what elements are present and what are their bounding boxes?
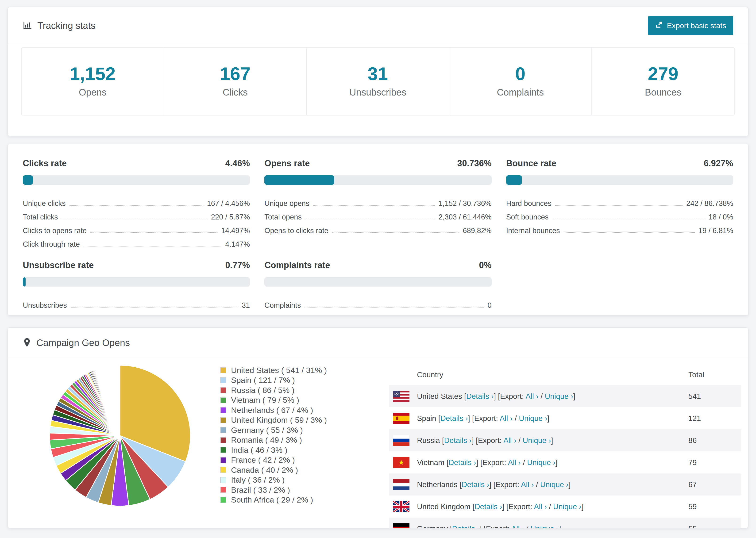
- bracket: ]: [573, 392, 575, 401]
- rate-section: Opens rate30.736%Unique opens1,152 / 30.…: [264, 158, 491, 248]
- us-flag-icon: [393, 391, 409, 402]
- campaign-geo-opens-card: Campaign Geo Opens United States ( 541 /…: [8, 327, 748, 528]
- export-icon: [655, 21, 663, 30]
- rate-section: Unsubscribe rate0.77%Unsubscribes31: [23, 260, 250, 310]
- geo-card-body: United States ( 541 / 31% )Spain ( 121 /…: [8, 358, 748, 528]
- country-total: 79: [688, 458, 741, 467]
- slash: /: [513, 414, 519, 422]
- export-unique-link[interactable]: Unique ›: [540, 480, 568, 489]
- stat-value: 31: [307, 65, 449, 83]
- export-unique-link[interactable]: Unique ›: [545, 392, 573, 401]
- bracket: [: [459, 480, 461, 489]
- rate-progress-track: [264, 175, 491, 185]
- bracket: [: [442, 436, 444, 445]
- rate-section: Clicks rate4.46%Unique clicks167 / 4.456…: [23, 158, 250, 248]
- legend-item: Spain ( 121 / 7% ): [220, 375, 327, 385]
- vn-flag-icon: [393, 457, 409, 468]
- legend-swatch: [220, 467, 226, 473]
- de-flag-icon: [393, 523, 409, 528]
- details-link[interactable]: Details ›: [461, 480, 489, 489]
- legend-item: South Africa ( 29 / 2% ): [220, 495, 327, 505]
- rate-detail-row: Unique opens1,152 / 30.736%: [264, 194, 491, 208]
- rate-detail-row: Click through rate4.147%: [23, 235, 250, 248]
- rate-detail-label: Total clicks: [23, 213, 58, 221]
- bracket: ]: [559, 524, 561, 528]
- rate-detail-row: Unique clicks167 / 4.456%: [23, 194, 250, 208]
- details-link[interactable]: Details ›: [449, 458, 476, 467]
- country-name: United Kingdom: [417, 502, 473, 511]
- export-unique-link[interactable]: Unique ›: [523, 436, 551, 445]
- bracket: ]: [551, 436, 553, 445]
- details-link[interactable]: Details ›: [474, 502, 502, 511]
- legend-label: United Kingdom ( 59 / 3% ): [231, 415, 327, 425]
- country-name: Spain: [417, 414, 438, 422]
- country-flag-cell: [389, 457, 417, 468]
- details-link[interactable]: Details ›: [444, 436, 472, 445]
- stat-label: Opens: [22, 87, 164, 98]
- export-all-link[interactable]: All ›: [512, 524, 524, 528]
- export-all-link[interactable]: All ›: [500, 414, 513, 422]
- country-flag-cell: [389, 391, 417, 402]
- rate-section-header: Bounce rate6.927%: [506, 158, 733, 168]
- rate-progress-track: [506, 175, 733, 185]
- rate-detail-label: Internal bounces: [506, 227, 560, 235]
- dotted-leader: [71, 307, 238, 307]
- details-link[interactable]: Details ›: [466, 392, 494, 401]
- rates-card: Clicks rate4.46%Unique clicks167 / 4.456…: [8, 144, 748, 315]
- stat-value: 0: [449, 65, 591, 83]
- export-unique-link[interactable]: Unique ›: [519, 414, 547, 422]
- slash: /: [516, 436, 523, 445]
- geo-table-header-row: CountryTotal: [389, 364, 741, 385]
- export-all-link[interactable]: All ›: [525, 392, 538, 401]
- rate-title: Clicks rate: [23, 158, 67, 168]
- rate-section-header: Complaints rate0%: [264, 260, 491, 270]
- rate-progress-fill: [23, 175, 33, 185]
- stat-label: Bounces: [592, 87, 734, 98]
- country-name: Germany: [417, 524, 450, 528]
- rate-detail-row: Complaints0: [264, 296, 491, 310]
- rate-section: Complaints rate0%Complaints0: [264, 260, 491, 310]
- bracket: ] [Export:: [502, 502, 534, 511]
- rate-title: Complaints rate: [264, 260, 330, 270]
- legend-swatch: [220, 437, 226, 443]
- rate-section-header: Clicks rate4.46%: [23, 158, 250, 168]
- country-cell: Spain [Details ›] [Export: All › / Uniqu…: [417, 414, 688, 423]
- legend-label: Germany ( 55 / 3% ): [231, 426, 303, 435]
- es-flag-icon: [393, 413, 409, 424]
- rates-grid: Clicks rate4.46%Unique clicks167 / 4.456…: [8, 144, 748, 315]
- export-all-link[interactable]: All ›: [508, 458, 521, 467]
- dotted-leader: [555, 205, 682, 206]
- bracket: ] [Export:: [480, 524, 512, 528]
- export-unique-link[interactable]: Unique ›: [531, 524, 559, 528]
- export-all-link[interactable]: All ›: [534, 502, 547, 511]
- bracket: ] [Export:: [494, 392, 525, 401]
- legend-swatch: [220, 417, 226, 423]
- rate-detail-value: 31: [242, 301, 250, 310]
- export-unique-link[interactable]: Unique ›: [527, 458, 556, 467]
- export-basic-stats-button[interactable]: Export basic stats: [648, 16, 733, 35]
- bracket: ] [Export:: [489, 480, 521, 489]
- legend-label: India ( 46 / 3% ): [231, 446, 287, 455]
- details-link[interactable]: Details ›: [452, 524, 479, 528]
- stat-card: 1,152Opens: [22, 48, 164, 115]
- legend-swatch: [220, 387, 226, 393]
- nl-flag-icon: [393, 479, 409, 490]
- legend-label: Vietnam ( 79 / 5% ): [231, 396, 299, 405]
- geo-table-row: Germany [Details ›] [Export: All › / Uni…: [389, 517, 741, 528]
- bracket: ]: [581, 502, 584, 511]
- details-link[interactable]: Details ›: [441, 414, 468, 422]
- geo-table-row: Vietnam [Details ›] [Export: All › / Uni…: [389, 452, 741, 473]
- rate-detail-value: 18 / 0%: [709, 213, 733, 221]
- tracking-stats-card: Tracking stats Export basic stats 1,152O…: [8, 7, 748, 136]
- export-unique-link[interactable]: Unique ›: [553, 502, 581, 511]
- export-all-link[interactable]: All ›: [521, 480, 534, 489]
- rate-detail-label: Unique opens: [264, 199, 309, 208]
- legend-swatch: [220, 457, 226, 463]
- tracking-stats-title: Tracking stats: [23, 21, 95, 31]
- geo-country-table: CountryTotalUnited States [Details ›] [E…: [389, 364, 741, 528]
- bracket: ]: [556, 458, 558, 467]
- dotted-leader: [305, 219, 435, 219]
- country-name: United States: [417, 392, 464, 401]
- export-all-link[interactable]: All ›: [503, 436, 516, 445]
- country-name: Russia: [417, 436, 442, 445]
